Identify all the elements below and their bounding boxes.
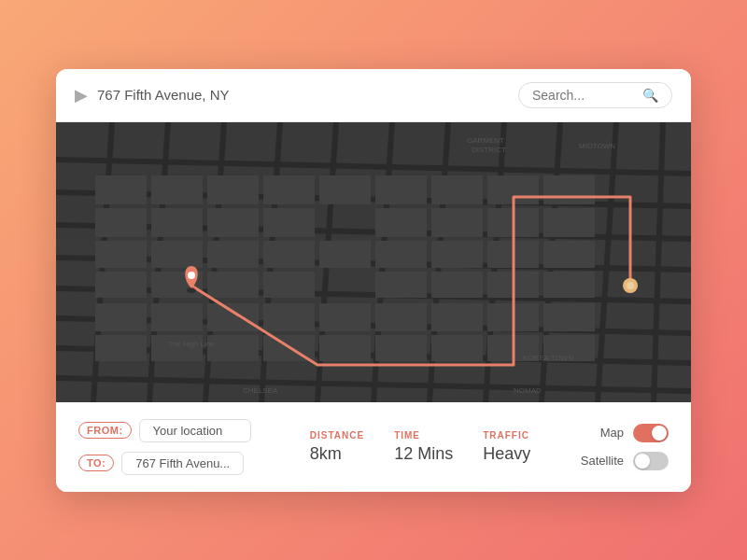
svg-text:MIDTOWN: MIDTOWN — [579, 142, 615, 150]
from-label: FROM: — [78, 422, 132, 439]
svg-rect-42 — [375, 241, 427, 268]
svg-rect-63 — [95, 335, 147, 361]
svg-rect-45 — [543, 241, 595, 268]
svg-rect-41 — [319, 241, 371, 268]
svg-rect-33 — [375, 208, 427, 237]
to-value[interactable]: 767 Fifth Avenu... — [121, 452, 244, 475]
svg-rect-50 — [375, 272, 427, 298]
search-box[interactable]: 🔍 — [518, 82, 672, 108]
distance-stat: DISTANCE 8km — [310, 430, 364, 464]
svg-rect-57 — [263, 303, 315, 331]
header: ▶ 767 Fifth Avenue, NY 🔍 — [56, 69, 691, 122]
current-location: 767 Fifth Avenue, NY — [97, 87, 229, 103]
stats-section: DISTANCE 8km TIME 12 Mins TRAFFIC Heavy — [265, 430, 557, 464]
svg-rect-38 — [151, 241, 203, 268]
svg-rect-69 — [431, 335, 483, 361]
header-left: ▶ 767 Fifth Avenue, NY — [75, 85, 229, 105]
map-toggle-label: Map — [600, 426, 624, 440]
svg-rect-55 — [151, 303, 203, 331]
time-label: TIME — [394, 430, 420, 441]
svg-point-80 — [188, 272, 195, 279]
svg-rect-25 — [375, 175, 427, 204]
map-toggle-knob — [652, 426, 667, 441]
map-toggle-section: Map Satellite — [557, 424, 669, 470]
from-row: FROM: Your location — [78, 419, 265, 442]
svg-rect-22 — [207, 175, 259, 204]
svg-rect-53 — [543, 272, 595, 298]
svg-text:KOREA TOWN: KOREA TOWN — [523, 354, 573, 362]
svg-rect-26 — [431, 175, 483, 204]
traffic-value: Heavy — [483, 444, 530, 464]
to-label: TO: — [78, 455, 114, 471]
svg-rect-24 — [319, 175, 371, 204]
svg-rect-34 — [431, 208, 483, 237]
svg-rect-48 — [207, 272, 259, 298]
search-input[interactable] — [532, 88, 635, 103]
to-row: TO: 767 Fifth Avenu... — [78, 452, 265, 475]
satellite-toggle-label: Satellite — [581, 454, 624, 468]
svg-rect-29 — [95, 208, 147, 237]
svg-text:CHELSEA: CHELSEA — [243, 386, 278, 395]
svg-rect-58 — [319, 303, 371, 331]
svg-rect-36 — [543, 208, 595, 237]
time-stat: TIME 12 Mins — [394, 430, 453, 464]
svg-rect-62 — [543, 303, 595, 331]
footer: FROM: Your location TO: 767 Fifth Avenu.… — [56, 402, 691, 492]
svg-text:DISTRICT: DISTRICT — [472, 146, 506, 154]
svg-rect-59 — [375, 303, 427, 331]
svg-rect-67 — [319, 335, 371, 361]
map-svg: GARMENT DISTRICT MIDTOWN CHELSEA KOREA T… — [56, 122, 691, 402]
svg-rect-37 — [95, 241, 147, 268]
svg-rect-68 — [375, 335, 427, 361]
svg-rect-32 — [263, 208, 315, 237]
svg-rect-51 — [431, 272, 483, 298]
traffic-stat: TRAFFIC Heavy — [483, 430, 530, 464]
svg-rect-43 — [431, 241, 483, 268]
svg-rect-21 — [151, 175, 203, 204]
map-toggle-row: Map — [600, 424, 669, 442]
svg-text:The High Line: The High Line — [168, 340, 215, 348]
svg-rect-54 — [95, 303, 147, 331]
svg-rect-56 — [207, 303, 259, 331]
traffic-label: TRAFFIC — [483, 430, 529, 441]
svg-rect-49 — [263, 272, 315, 298]
svg-rect-30 — [151, 208, 203, 237]
map-area: GARMENT DISTRICT MIDTOWN CHELSEA KOREA T… — [56, 122, 691, 402]
svg-rect-40 — [263, 241, 315, 268]
distance-value: 8km — [310, 444, 342, 464]
satellite-toggle[interactable] — [633, 452, 669, 470]
svg-rect-39 — [207, 241, 259, 268]
svg-rect-23 — [263, 175, 315, 204]
distance-label: DISTANCE — [310, 430, 364, 441]
svg-rect-60 — [431, 303, 483, 331]
svg-text:GARMENT: GARMENT — [467, 136, 504, 145]
svg-text:NOMAD: NOMAD — [514, 386, 542, 395]
map-toggle[interactable] — [633, 424, 669, 442]
svg-rect-20 — [95, 175, 147, 204]
from-value[interactable]: Your location — [139, 419, 251, 442]
navigation-icon: ▶ — [75, 85, 88, 105]
svg-rect-65 — [207, 335, 259, 361]
svg-rect-28 — [543, 175, 595, 204]
end-dot-inner — [627, 282, 634, 289]
svg-rect-31 — [207, 208, 259, 237]
svg-rect-46 — [95, 272, 147, 298]
search-icon[interactable]: 🔍 — [642, 88, 658, 103]
main-card: ▶ 767 Fifth Avenue, NY 🔍 — [56, 69, 691, 492]
time-value: 12 Mins — [394, 444, 453, 464]
satellite-toggle-knob — [635, 454, 650, 469]
satellite-toggle-row: Satellite — [581, 452, 669, 470]
routes-section: FROM: Your location TO: 767 Fifth Avenu.… — [78, 419, 265, 475]
